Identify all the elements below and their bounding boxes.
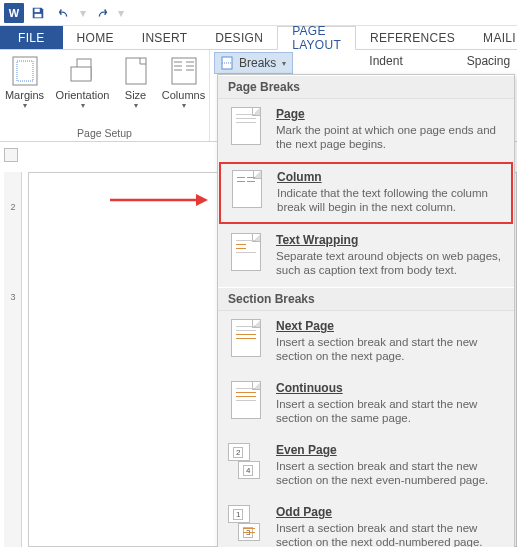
margins-icon <box>11 55 39 87</box>
tab-insert[interactable]: INSERT <box>128 26 202 49</box>
svg-rect-6 <box>126 58 146 84</box>
undo-icon <box>57 6 71 20</box>
even-page-break-icon: 2 4 <box>228 443 264 483</box>
columns-icon <box>170 56 198 86</box>
continuous-break-icon <box>231 381 261 419</box>
annotation-arrow-icon <box>108 190 208 210</box>
group-page-setup: Margins▾ Orientation▾ Size▾ Columns▾ Pag… <box>0 50 210 141</box>
tab-references[interactable]: REFERENCES <box>356 26 469 49</box>
break-next-page[interactable]: Next PageInsert a section break and star… <box>218 311 514 373</box>
title-bar: W ▾ ▾ <box>0 0 517 26</box>
undo-button[interactable] <box>52 2 76 24</box>
group-label-page-setup: Page Setup <box>6 125 203 141</box>
tab-home[interactable]: HOME <box>63 26 128 49</box>
qat-customize-caret-icon[interactable]: ▾ <box>118 6 124 20</box>
vertical-ruler[interactable]: 2 3 <box>4 172 22 547</box>
page-break-icon <box>231 107 261 145</box>
tab-design[interactable]: DESIGN <box>201 26 277 49</box>
save-icon <box>31 6 45 20</box>
save-button[interactable] <box>26 2 50 24</box>
ruler-corner[interactable] <box>4 148 18 162</box>
break-even-page[interactable]: 2 4 Even PageInsert a section break and … <box>218 435 514 497</box>
svg-rect-5 <box>71 67 91 81</box>
indent-label: Indent <box>361 52 410 70</box>
size-button[interactable]: Size▾ <box>118 53 154 110</box>
ribbon: Margins▾ Orientation▾ Size▾ Columns▾ Pag… <box>0 50 517 142</box>
columns-button[interactable]: Columns▾ <box>160 53 208 110</box>
break-column[interactable]: ColumnIndicate that the text following t… <box>219 162 513 224</box>
column-break-icon <box>232 170 262 208</box>
orientation-button[interactable]: Orientation▾ <box>54 53 112 110</box>
break-text-wrapping[interactable]: Text WrappingSeparate text around object… <box>218 225 514 287</box>
breaks-button[interactable]: Breaks▾ <box>214 52 293 74</box>
orientation-icon <box>67 57 99 85</box>
ribbon-tabs: FILE HOME INSERT DESIGN PAGE LAYOUT REFE… <box>0 26 517 50</box>
tab-page-layout[interactable]: PAGE LAYOUT <box>277 26 356 50</box>
qat-caret-icon: ▾ <box>80 6 86 20</box>
size-icon <box>124 56 148 86</box>
svg-marker-17 <box>196 194 208 206</box>
svg-rect-0 <box>35 8 40 12</box>
section-breaks-header: Section Breaks <box>218 287 514 311</box>
word-app-icon: W <box>4 3 24 23</box>
spacing-label: Spacing <box>459 52 517 70</box>
redo-icon <box>95 6 109 20</box>
margins-button[interactable]: Margins▾ <box>2 53 48 110</box>
break-page[interactable]: PageMark the point at which one page end… <box>218 99 514 161</box>
breaks-dropdown: Page Breaks PageMark the point at which … <box>217 74 515 547</box>
odd-page-break-icon: 1 3 <box>228 505 264 545</box>
tab-file[interactable]: FILE <box>0 26 63 49</box>
redo-button[interactable] <box>90 2 114 24</box>
next-page-break-icon <box>231 319 261 357</box>
page-breaks-header: Page Breaks <box>218 75 514 99</box>
break-odd-page[interactable]: 1 3 Odd PageInsert a section break and s… <box>218 497 514 547</box>
break-continuous[interactable]: ContinuousInsert a section break and sta… <box>218 373 514 435</box>
tab-mailings[interactable]: MAILIN <box>469 26 517 49</box>
text-wrapping-break-icon <box>231 233 261 271</box>
breaks-icon <box>221 56 235 70</box>
svg-rect-1 <box>35 13 42 17</box>
